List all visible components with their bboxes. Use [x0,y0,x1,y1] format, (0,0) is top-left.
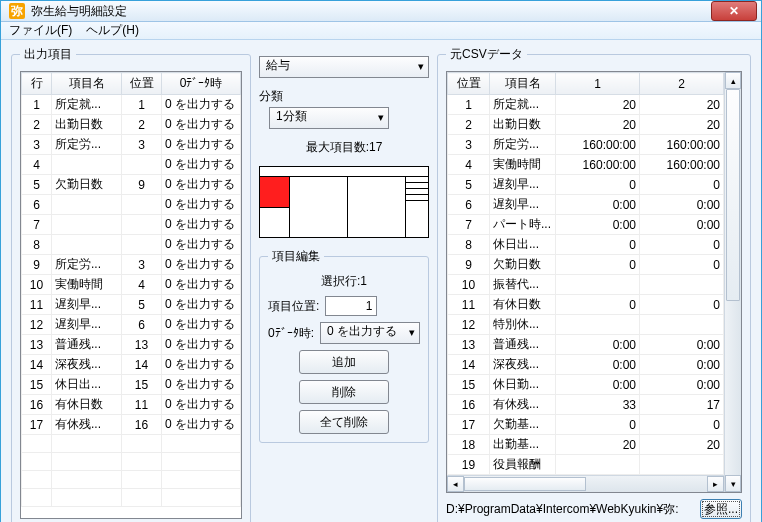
table-row[interactable]: 15休日出...150 を出力する [22,375,241,395]
table-row[interactable]: 9欠勤日数00 [448,255,724,275]
scroll-right-icon[interactable]: ▸ [707,476,724,492]
csv-data-legend: 元CSVデータ [446,46,527,63]
table-row[interactable]: 6遅刻早...0:000:00 [448,195,724,215]
csv-col-name[interactable]: 項目名 [490,73,556,95]
table-row[interactable]: 11有休日数00 [448,295,724,315]
table-row[interactable]: 40 を出力する [22,155,241,175]
table-row[interactable]: 17有休残...160 を出力する [22,415,241,435]
table-row[interactable]: 2出勤日数20 を出力する [22,115,241,135]
scroll-up-icon[interactable]: ▴ [725,72,741,89]
csv-vscroll[interactable]: ▴ ▾ [724,72,741,492]
table-row[interactable]: 1所定就...2020 [448,95,724,115]
zero-label: 0ﾃﾞｰﾀ時: [268,325,314,342]
zero-select[interactable]: 0 を出力する [320,322,420,344]
table-row[interactable]: 13普通残...130 を出力する [22,335,241,355]
item-edit-group: 項目編集 選択行:1 項目位置: 0ﾃﾞｰﾀ時: 0 を出力する 追加 削除 全… [259,248,429,443]
table-row[interactable]: 18出勤基...2020 [448,435,724,455]
output-items-table-wrap: 行 項目名 位置 0ﾃﾞｰﾀ時 1所定就...10 を出力する2出勤日数20 を… [20,71,242,519]
max-items-label: 最大項目数:17 [259,139,429,156]
selected-row-label: 選択行:1 [268,273,420,290]
table-row[interactable]: 19役員報酬 [448,455,724,475]
layout-schematic [259,166,429,238]
type-select[interactable]: 給与 [259,56,429,78]
output-items-table[interactable]: 行 項目名 位置 0ﾃﾞｰﾀ時 1所定就...10 を出力する2出勤日数20 を… [21,72,241,507]
table-row[interactable]: 15休日勤...0:000:00 [448,375,724,395]
delete-all-button[interactable]: 全て削除 [299,410,389,434]
menubar: ファイル(F) ヘルプ(H) [1,22,761,40]
csv-col-1[interactable]: 1 [556,73,640,95]
csv-col-pos[interactable]: 位置 [448,73,490,95]
close-window-button[interactable]: ✕ [711,1,757,21]
menu-file[interactable]: ファイル(F) [9,22,72,39]
table-row[interactable]: 1所定就...10 を出力する [22,95,241,115]
table-row[interactable]: 14深夜残...0:000:00 [448,355,724,375]
scroll-left-icon[interactable]: ◂ [447,476,464,492]
table-row[interactable]: 17欠勤基...00 [448,415,724,435]
menu-help[interactable]: ヘルプ(H) [86,22,139,39]
table-row[interactable]: 70 を出力する [22,215,241,235]
table-row[interactable]: 16有休日数110 を出力する [22,395,241,415]
table-row[interactable]: 10振替代... [448,275,724,295]
table-row[interactable]: 5遅刻早...00 [448,175,724,195]
delete-button[interactable]: 削除 [299,380,389,404]
app-icon: 弥 [9,3,25,19]
csv-hscroll[interactable]: ◂ ▸ [447,475,724,492]
table-row[interactable]: 80 を出力する [22,235,241,255]
csv-path: D:¥ProgramData¥Intercom¥WebKyukin¥弥: [446,501,694,518]
table-row[interactable]: 4実働時間160:00:00160:00:00 [448,155,724,175]
csv-data-table[interactable]: 位置 項目名 1 2 1所定就...20202出勤日数20203所定労...16… [447,72,724,475]
category-select[interactable]: 1分類 [269,107,389,129]
table-row[interactable]: 13普通残...0:000:00 [448,335,724,355]
browse-button[interactable]: 参照... [700,499,742,519]
col-row[interactable]: 行 [22,73,52,95]
table-row[interactable]: 5欠勤日数90 を出力する [22,175,241,195]
table-row[interactable]: 10実働時間40 を出力する [22,275,241,295]
table-row[interactable]: 16有休残...3317 [448,395,724,415]
titlebar: 弥 弥生給与明細設定 ✕ [1,1,761,22]
csv-data-group: 元CSVデータ 位置 項目名 1 2 [437,46,751,522]
table-row[interactable]: 14深夜残...140 を出力する [22,355,241,375]
add-button[interactable]: 追加 [299,350,389,374]
output-items-group: 出力項目 行 項目名 位置 0ﾃﾞｰﾀ時 1所定就...10 を出力する2出勤日… [11,46,251,522]
table-row[interactable]: 12遅刻早...60 を出力する [22,315,241,335]
table-row[interactable]: 7パート時...0:000:00 [448,215,724,235]
table-row[interactable]: 9所定労...30 を出力する [22,255,241,275]
table-row[interactable]: 3所定労...30 を出力する [22,135,241,155]
pos-label: 項目位置: [268,298,319,315]
output-items-legend: 出力項目 [20,46,76,63]
window-title: 弥生給与明細設定 [31,3,711,20]
table-row[interactable]: 12特別休... [448,315,724,335]
table-row[interactable]: 3所定労...160:00:00160:00:00 [448,135,724,155]
scroll-down-icon[interactable]: ▾ [725,475,741,492]
pos-input[interactable] [325,296,377,316]
table-row[interactable]: 8休日出...00 [448,235,724,255]
table-row[interactable]: 60 を出力する [22,195,241,215]
item-edit-legend: 項目編集 [268,248,324,265]
schematic-highlight [260,177,289,208]
category-label: 分類 [259,88,429,105]
table-row[interactable]: 2出勤日数2020 [448,115,724,135]
csv-col-2[interactable]: 2 [640,73,724,95]
col-zero[interactable]: 0ﾃﾞｰﾀ時 [162,73,241,95]
col-pos[interactable]: 位置 [122,73,162,95]
table-row[interactable]: 11遅刻早...50 を出力する [22,295,241,315]
col-name[interactable]: 項目名 [52,73,122,95]
